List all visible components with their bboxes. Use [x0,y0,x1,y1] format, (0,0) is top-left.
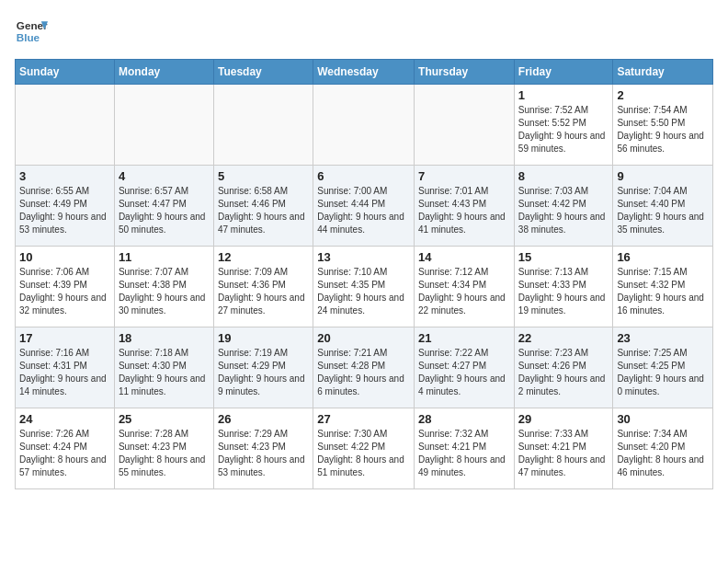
day-number: 23 [617,331,709,345]
day-info: Sunrise: 7:13 AM Sunset: 4:33 PM Dayligh… [518,266,609,317]
day-info: Sunrise: 7:07 AM Sunset: 4:38 PM Dayligh… [119,266,210,317]
calendar-cell [313,85,415,166]
calendar-cell: 25Sunrise: 7:28 AM Sunset: 4:23 PM Dayli… [114,408,213,489]
calendar-cell: 6Sunrise: 7:00 AM Sunset: 4:44 PM Daylig… [313,166,415,247]
calendar-cell: 21Sunrise: 7:22 AM Sunset: 4:27 PM Dayli… [415,327,515,408]
day-number: 7 [418,169,510,183]
day-info: Sunrise: 7:32 AM Sunset: 4:21 PM Dayligh… [418,428,510,479]
day-info: Sunrise: 7:26 AM Sunset: 4:24 PM Dayligh… [19,428,110,479]
weekday-header-sunday: Sunday [16,60,115,85]
day-number: 18 [119,331,210,345]
weekday-header-row: SundayMondayTuesdayWednesdayThursdayFrid… [16,60,713,85]
day-info: Sunrise: 7:34 AM Sunset: 4:20 PM Dayligh… [617,428,709,479]
calendar-week-2: 3Sunrise: 6:55 AM Sunset: 4:49 PM Daylig… [16,166,713,247]
day-number: 11 [119,250,210,264]
calendar-cell: 18Sunrise: 7:18 AM Sunset: 4:30 PM Dayli… [114,327,213,408]
weekday-header-tuesday: Tuesday [213,60,313,85]
day-number: 2 [617,88,709,102]
weekday-header-saturday: Saturday [613,60,713,85]
day-info: Sunrise: 7:29 AM Sunset: 4:23 PM Dayligh… [218,428,309,479]
calendar-week-4: 17Sunrise: 7:16 AM Sunset: 4:31 PM Dayli… [16,327,713,408]
day-number: 4 [119,169,210,183]
day-number: 26 [218,412,309,426]
day-number: 13 [317,250,410,264]
calendar-cell: 15Sunrise: 7:13 AM Sunset: 4:33 PM Dayli… [514,247,613,327]
day-info: Sunrise: 7:16 AM Sunset: 4:31 PM Dayligh… [19,347,110,398]
calendar-cell: 23Sunrise: 7:25 AM Sunset: 4:25 PM Dayli… [613,327,713,408]
calendar-cell [213,85,313,166]
day-info: Sunrise: 7:03 AM Sunset: 4:42 PM Dayligh… [518,185,609,236]
calendar-cell: 7Sunrise: 7:01 AM Sunset: 4:43 PM Daylig… [415,166,515,247]
day-info: Sunrise: 7:04 AM Sunset: 4:40 PM Dayligh… [617,185,709,236]
calendar-cell: 14Sunrise: 7:12 AM Sunset: 4:34 PM Dayli… [415,247,515,327]
day-info: Sunrise: 7:22 AM Sunset: 4:27 PM Dayligh… [418,347,510,398]
day-info: Sunrise: 6:55 AM Sunset: 4:49 PM Dayligh… [19,185,110,236]
calendar-cell: 29Sunrise: 7:33 AM Sunset: 4:21 PM Dayli… [514,408,613,489]
calendar-cell: 11Sunrise: 7:07 AM Sunset: 4:38 PM Dayli… [114,247,213,327]
day-number: 5 [218,169,309,183]
calendar-cell: 4Sunrise: 6:57 AM Sunset: 4:47 PM Daylig… [114,166,213,247]
calendar-cell: 28Sunrise: 7:32 AM Sunset: 4:21 PM Dayli… [415,408,515,489]
day-number: 12 [218,250,309,264]
day-info: Sunrise: 7:28 AM Sunset: 4:23 PM Dayligh… [119,428,210,479]
calendar-cell: 9Sunrise: 7:04 AM Sunset: 4:40 PM Daylig… [613,166,713,247]
calendar-cell: 13Sunrise: 7:10 AM Sunset: 4:35 PM Dayli… [313,247,415,327]
calendar-week-5: 24Sunrise: 7:26 AM Sunset: 4:24 PM Dayli… [16,408,713,489]
day-number: 20 [317,331,410,345]
day-info: Sunrise: 6:58 AM Sunset: 4:46 PM Dayligh… [218,185,309,236]
day-info: Sunrise: 7:33 AM Sunset: 4:21 PM Dayligh… [518,428,609,479]
day-number: 21 [418,331,510,345]
calendar-cell: 10Sunrise: 7:06 AM Sunset: 4:39 PM Dayli… [16,247,115,327]
day-number: 27 [317,412,410,426]
calendar-cell [16,85,115,166]
day-number: 1 [518,88,609,102]
day-info: Sunrise: 6:57 AM Sunset: 4:47 PM Dayligh… [119,185,210,236]
calendar-cell: 5Sunrise: 6:58 AM Sunset: 4:46 PM Daylig… [213,166,313,247]
weekday-header-wednesday: Wednesday [313,60,415,85]
day-info: Sunrise: 7:54 AM Sunset: 5:50 PM Dayligh… [617,104,709,155]
calendar-cell [114,85,213,166]
day-info: Sunrise: 7:21 AM Sunset: 4:28 PM Dayligh… [317,347,410,398]
calendar-cell: 2Sunrise: 7:54 AM Sunset: 5:50 PM Daylig… [613,85,713,166]
calendar-cell: 26Sunrise: 7:29 AM Sunset: 4:23 PM Dayli… [213,408,313,489]
svg-text:Blue: Blue [17,31,40,43]
day-number: 22 [518,331,609,345]
calendar-cell: 30Sunrise: 7:34 AM Sunset: 4:20 PM Dayli… [613,408,713,489]
day-number: 10 [19,250,110,264]
day-number: 25 [119,412,210,426]
day-info: Sunrise: 7:19 AM Sunset: 4:29 PM Dayligh… [218,347,309,398]
calendar-cell: 19Sunrise: 7:19 AM Sunset: 4:29 PM Dayli… [213,327,313,408]
day-info: Sunrise: 7:01 AM Sunset: 4:43 PM Dayligh… [418,185,510,236]
page-header: General Blue [15,15,713,48]
day-info: Sunrise: 7:10 AM Sunset: 4:35 PM Dayligh… [317,266,410,317]
calendar-week-1: 1Sunrise: 7:52 AM Sunset: 5:52 PM Daylig… [16,85,713,166]
day-number: 29 [518,412,609,426]
calendar-table: SundayMondayTuesdayWednesdayThursdayFrid… [15,59,713,489]
calendar-cell: 22Sunrise: 7:23 AM Sunset: 4:26 PM Dayli… [514,327,613,408]
day-info: Sunrise: 7:09 AM Sunset: 4:36 PM Dayligh… [218,266,309,317]
day-info: Sunrise: 7:52 AM Sunset: 5:52 PM Dayligh… [518,104,609,155]
calendar-cell: 17Sunrise: 7:16 AM Sunset: 4:31 PM Dayli… [16,327,115,408]
day-number: 28 [418,412,510,426]
calendar-cell: 3Sunrise: 6:55 AM Sunset: 4:49 PM Daylig… [16,166,115,247]
calendar-cell: 8Sunrise: 7:03 AM Sunset: 4:42 PM Daylig… [514,166,613,247]
day-number: 24 [19,412,110,426]
calendar-cell: 24Sunrise: 7:26 AM Sunset: 4:24 PM Dayli… [16,408,115,489]
calendar-cell [415,85,515,166]
day-info: Sunrise: 7:06 AM Sunset: 4:39 PM Dayligh… [19,266,110,317]
day-number: 17 [19,331,110,345]
day-info: Sunrise: 7:00 AM Sunset: 4:44 PM Dayligh… [317,185,410,236]
calendar-cell: 20Sunrise: 7:21 AM Sunset: 4:28 PM Dayli… [313,327,415,408]
calendar-cell: 16Sunrise: 7:15 AM Sunset: 4:32 PM Dayli… [613,247,713,327]
day-info: Sunrise: 7:23 AM Sunset: 4:26 PM Dayligh… [518,347,609,398]
day-number: 19 [218,331,309,345]
day-number: 8 [518,169,609,183]
logo-icon: General Blue [15,15,48,48]
weekday-header-thursday: Thursday [415,60,515,85]
calendar-cell: 27Sunrise: 7:30 AM Sunset: 4:22 PM Dayli… [313,408,415,489]
day-number: 6 [317,169,410,183]
calendar-week-3: 10Sunrise: 7:06 AM Sunset: 4:39 PM Dayli… [16,247,713,327]
calendar-cell: 1Sunrise: 7:52 AM Sunset: 5:52 PM Daylig… [514,85,613,166]
day-info: Sunrise: 7:30 AM Sunset: 4:22 PM Dayligh… [317,428,410,479]
day-info: Sunrise: 7:18 AM Sunset: 4:30 PM Dayligh… [119,347,210,398]
